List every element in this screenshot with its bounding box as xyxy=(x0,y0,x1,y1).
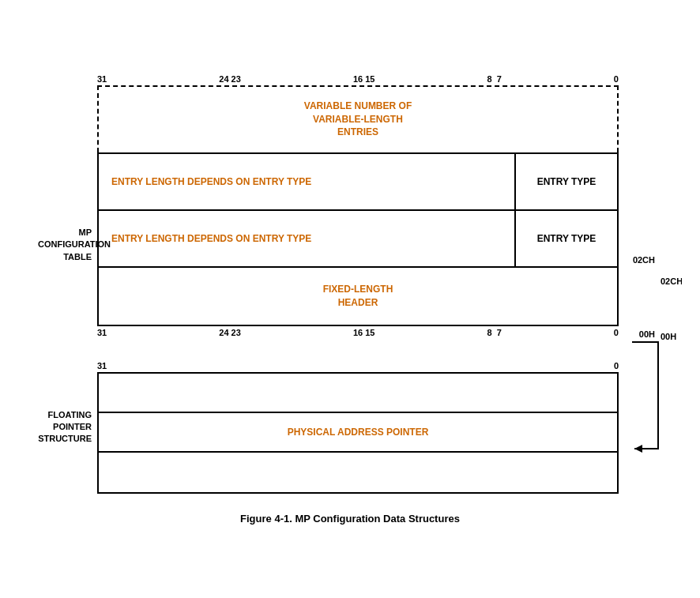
fp-row-middle: PHYSICAL ADDRESS POINTER xyxy=(99,413,617,453)
fp-ruler-top: 31 0 xyxy=(97,361,619,370)
ruler-bottom-1615: 16 15 xyxy=(353,328,375,337)
fp-structure-label: FLOATING POINTER STRUCTURE xyxy=(38,408,92,445)
entry-type-label-2: ENTRY TYPE xyxy=(537,233,597,244)
entry-row-2-text: ENTRY LENGTH DEPENDS ON ENTRY TYPE xyxy=(111,233,311,244)
fp-section: FLOATING POINTER STRUCTURE 31 0 PHYSICAL… xyxy=(97,361,619,494)
entry-type-label-1: ENTRY TYPE xyxy=(537,176,597,187)
entry-row-1: ENTRY LENGTH DEPENDS ON ENTRY TYPE ENTRY… xyxy=(99,154,617,211)
label-02ch: 02CH xyxy=(633,255,655,265)
variable-entries-box: VARIABLE NUMBER OFVARIABLE-LENGTHENTRIES xyxy=(97,85,619,152)
label-00h: 00H xyxy=(639,329,655,339)
fixed-length-header-text: FIXED-LENGTHHEADER xyxy=(323,283,393,310)
fp-physical-address-text: PHYSICAL ADDRESS POINTER xyxy=(288,427,429,438)
svg-text:00H: 00H xyxy=(660,332,676,341)
mp-config-section: MP CONFIGURATION TABLE 31 24 23 16 15 8 … xyxy=(97,74,619,337)
entry-row-2-main: ENTRY LENGTH DEPENDS ON ENTRY TYPE xyxy=(99,211,514,266)
config-table-solid: ENTRY LENGTH DEPENDS ON ENTRY TYPE ENTRY… xyxy=(97,152,619,326)
ruler-bottom-31: 31 xyxy=(97,328,107,337)
fp-row-bottom xyxy=(99,453,617,492)
fp-box: PHYSICAL ADDRESS POINTER xyxy=(97,372,619,494)
ruler-31: 31 xyxy=(97,74,107,84)
svg-marker-0 xyxy=(634,445,642,453)
figure-caption: Figure 4-1. MP Configuration Data Struct… xyxy=(34,513,666,525)
ruler-2423: 24 23 xyxy=(219,74,241,84)
entry-type-box-2: ENTRY TYPE xyxy=(514,211,617,266)
entry-row-1-main: ENTRY LENGTH DEPENDS ON ENTRY TYPE xyxy=(99,154,514,209)
entry-row-1-text: ENTRY LENGTH DEPENDS ON ENTRY TYPE xyxy=(111,176,311,187)
fixed-length-header-row: FIXED-LENGTHHEADER xyxy=(99,268,617,325)
bit-ruler-top: 31 24 23 16 15 8 7 0 xyxy=(97,74,619,84)
mp-config-label: MP CONFIGURATION TABLE xyxy=(38,227,92,263)
ruler-1615: 16 15 xyxy=(353,74,375,84)
entry-row-2: ENTRY LENGTH DEPENDS ON ENTRY TYPE ENTRY… xyxy=(99,211,617,268)
fp-ruler-0: 0 xyxy=(614,361,619,370)
fp-ruler-31: 31 xyxy=(97,361,107,370)
ruler-bottom-0: 0 xyxy=(614,328,619,337)
ruler-0-top: 0 xyxy=(614,74,619,84)
variable-entries-text: VARIABLE NUMBER OFVARIABLE-LENGTHENTRIES xyxy=(304,100,412,139)
ruler-87: 8 7 xyxy=(487,74,501,84)
fp-row-top xyxy=(99,374,617,413)
entry-type-box-1: ENTRY TYPE xyxy=(514,154,617,209)
bit-ruler-bottom: 31 24 23 16 15 8 7 0 xyxy=(97,328,619,337)
diagram-area: MP CONFIGURATION TABLE 31 24 23 16 15 8 … xyxy=(34,74,666,494)
figure-container: MP CONFIGURATION TABLE 31 24 23 16 15 8 … xyxy=(26,58,674,540)
ruler-bottom-87: 8 7 xyxy=(487,328,501,337)
ruler-bottom-2423: 24 23 xyxy=(219,328,241,337)
svg-text:02CH: 02CH xyxy=(660,276,682,285)
